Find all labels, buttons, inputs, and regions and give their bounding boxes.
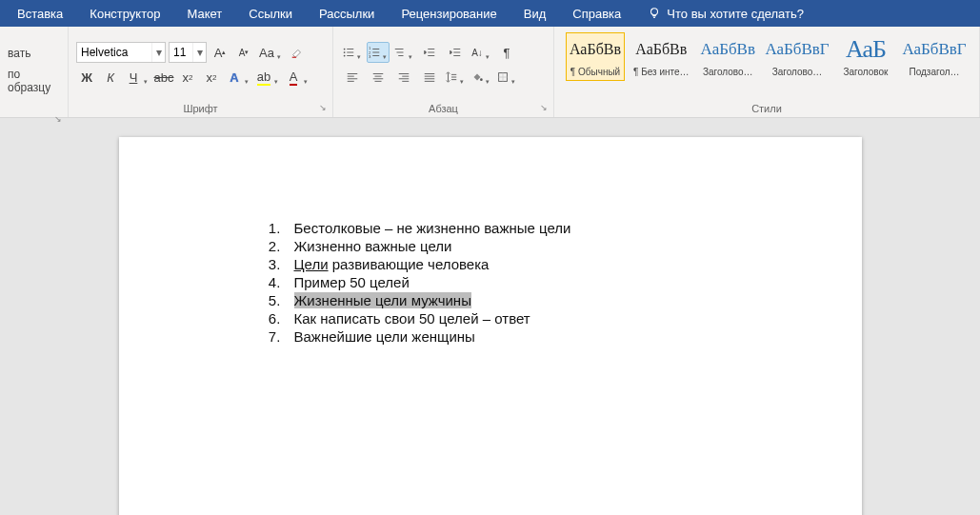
list-item[interactable]: Жизненно важные цели bbox=[285, 237, 767, 255]
numbered-list[interactable]: Бестолковые – не жизненно важные целиЖиз… bbox=[214, 219, 767, 346]
justify-icon bbox=[423, 70, 436, 84]
list-item[interactable]: Важнейшие цели женщины bbox=[285, 327, 767, 346]
style-tile[interactable]: АаБбВв¶ Без инте… bbox=[630, 32, 692, 81]
chevron-down-icon[interactable]: ▾ bbox=[151, 43, 165, 62]
align-left-button[interactable] bbox=[341, 67, 364, 88]
paragraph-group-label: Абзац bbox=[429, 103, 458, 114]
tell-me-input[interactable]: Что вы хотите сделать? bbox=[634, 0, 817, 27]
tab-layout[interactable]: Макет bbox=[173, 0, 235, 27]
lightbulb-icon bbox=[648, 7, 661, 20]
font-launcher-icon[interactable]: ↘ bbox=[317, 103, 329, 114]
line-spacing-button[interactable] bbox=[444, 67, 467, 88]
grow-font-button[interactable]: A▴ bbox=[210, 42, 230, 63]
style-tile[interactable]: АаБбВвЗаголово… bbox=[698, 32, 758, 81]
clipboard-launcher-icon[interactable]: ↘ bbox=[52, 114, 64, 126]
spacing-icon bbox=[445, 70, 458, 84]
justify-button[interactable] bbox=[418, 67, 441, 88]
numbering-icon: 123 bbox=[368, 46, 381, 59]
style-preview: АаБбВв bbox=[635, 36, 687, 63]
numbering-button[interactable]: 123 bbox=[367, 42, 390, 63]
tab-review[interactable]: Рецензирование bbox=[388, 0, 510, 27]
svg-text:3: 3 bbox=[369, 54, 371, 59]
chevron-down-icon[interactable]: ▾ bbox=[192, 43, 206, 62]
change-case-button[interactable]: Aa bbox=[257, 42, 284, 63]
underline-button[interactable]: Ч bbox=[124, 67, 150, 88]
font-color-button[interactable]: A bbox=[284, 67, 310, 88]
multilevel-list-button[interactable] bbox=[392, 42, 415, 63]
style-tile[interactable]: АаБбВвГЗаголово… bbox=[764, 32, 830, 81]
increase-indent-button[interactable] bbox=[444, 42, 467, 63]
align-right-icon bbox=[397, 70, 410, 84]
shading-button[interactable] bbox=[470, 67, 492, 88]
font-group-label: Шрифт bbox=[183, 103, 217, 114]
group-paragraph: 123 A↓ ¶ Абзац ↘ bbox=[333, 27, 554, 117]
style-preview: АаБбВв bbox=[570, 36, 621, 63]
group-font: ▾ ▾ A▴ A▾ Aa Ж К Ч abc x2 x2 bbox=[69, 27, 333, 117]
style-preview: АаБ bbox=[846, 36, 886, 63]
text-effects-button[interactable]: A bbox=[225, 67, 251, 88]
decrease-indent-button[interactable] bbox=[418, 42, 441, 63]
menu-bar: Вставка Конструктор Макет Ссылки Рассылк… bbox=[0, 0, 980, 27]
svg-point-3 bbox=[344, 55, 346, 57]
align-center-button[interactable] bbox=[367, 67, 390, 88]
bullets-button[interactable] bbox=[341, 42, 364, 63]
font-size-combo[interactable]: ▾ bbox=[169, 42, 207, 63]
indent-left-icon bbox=[423, 46, 436, 59]
page[interactable]: Бестолковые – не жизненно важные целиЖиз… bbox=[119, 137, 862, 515]
sort-button[interactable]: A↓ bbox=[470, 42, 492, 63]
font-name-combo[interactable]: ▾ bbox=[76, 42, 166, 63]
style-name: ¶ Без инте… bbox=[633, 67, 690, 77]
tab-help[interactable]: Справка bbox=[559, 0, 634, 27]
strikethrough-button[interactable]: abc bbox=[153, 67, 174, 88]
indent-right-icon bbox=[449, 46, 462, 59]
align-center-icon bbox=[371, 70, 385, 84]
list-item[interactable]: Пример 50 целей bbox=[285, 273, 767, 291]
font-name-input[interactable] bbox=[77, 46, 151, 59]
style-tile[interactable]: АаБЗаголовок bbox=[836, 32, 895, 81]
paragraph-launcher-icon[interactable]: ↘ bbox=[538, 103, 550, 114]
document-area[interactable]: Бестолковые – не жизненно важные целиЖиз… bbox=[0, 118, 980, 515]
copy-button[interactable]: вать bbox=[8, 45, 60, 62]
style-preview: АаБбВвГ bbox=[765, 36, 829, 63]
shrink-font-button[interactable]: A▾ bbox=[233, 42, 254, 63]
tab-mailings[interactable]: Рассылки bbox=[306, 0, 388, 27]
font-size-input[interactable] bbox=[170, 46, 192, 59]
bullets-icon bbox=[342, 46, 355, 59]
list-item[interactable]: Бестолковые – не жизненно важные цели bbox=[285, 219, 767, 237]
list-item[interactable]: Жизненные цели мужчины bbox=[285, 291, 767, 309]
tab-view[interactable]: Вид bbox=[510, 0, 560, 27]
tab-insert[interactable]: Вставка bbox=[4, 0, 76, 27]
superscript-button[interactable]: x2 bbox=[201, 67, 222, 88]
eraser-icon bbox=[290, 46, 304, 59]
borders-icon bbox=[496, 70, 510, 84]
tab-references[interactable]: Ссылки bbox=[235, 0, 306, 27]
list-item[interactable]: Цели развивающие человека bbox=[285, 255, 767, 273]
highlight-button[interactable]: ab bbox=[254, 67, 281, 88]
svg-point-1 bbox=[344, 49, 346, 50]
multilevel-icon bbox=[393, 46, 407, 59]
style-name: Подзагол… bbox=[904, 67, 965, 77]
clear-formatting-button[interactable] bbox=[287, 42, 308, 63]
align-right-button[interactable] bbox=[392, 67, 415, 88]
style-name: Заголово… bbox=[767, 67, 828, 77]
show-marks-button[interactable]: ¶ bbox=[495, 42, 518, 63]
style-tile[interactable]: АаБбВв¶ Обычный bbox=[566, 32, 625, 81]
style-name: Заголовок bbox=[839, 67, 892, 77]
styles-group-label: Стили bbox=[751, 103, 782, 114]
bold-button[interactable]: Ж bbox=[76, 67, 97, 88]
borders-button[interactable] bbox=[495, 67, 518, 88]
format-painter-button[interactable]: по образцу bbox=[8, 66, 60, 96]
style-name: Заголово… bbox=[701, 67, 755, 77]
group-styles: АаБбВв¶ ОбычныйАаБбВв¶ Без инте…АаБбВвЗа… bbox=[554, 27, 980, 117]
list-item[interactable]: Как написать свои 50 целей – ответ bbox=[285, 309, 767, 327]
subscript-button[interactable]: x2 bbox=[177, 67, 198, 88]
style-name: ¶ Обычный bbox=[569, 67, 622, 77]
link[interactable]: Цели bbox=[294, 256, 329, 272]
group-clipboard: вать по образцу ↘ bbox=[0, 27, 69, 117]
tab-design[interactable]: Конструктор bbox=[76, 0, 173, 27]
selected-text[interactable]: Жизненные цели мужчины bbox=[294, 292, 471, 308]
style-tile[interactable]: АаБбВвГПодзагол… bbox=[901, 32, 968, 81]
italic-button[interactable]: К bbox=[100, 67, 121, 88]
tell-me-label: Что вы хотите сделать? bbox=[667, 7, 804, 21]
align-left-icon bbox=[346, 70, 359, 84]
